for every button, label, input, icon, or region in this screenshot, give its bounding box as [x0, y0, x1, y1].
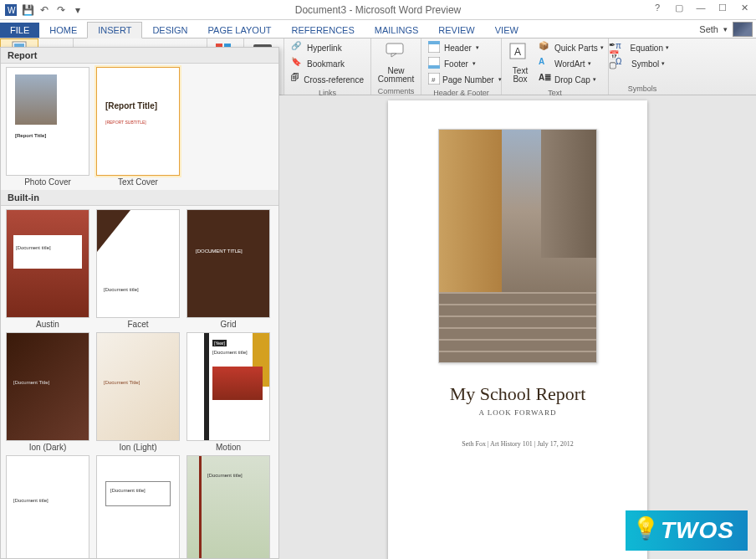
user-menu-arrow[interactable]: ▾ — [723, 25, 728, 33]
gallery-report-grid: [Report Title] Photo Cover [Report Title… — [1, 64, 278, 190]
page-number-button[interactable]: #Page Number▾ — [427, 72, 496, 87]
window-controls: ? ▢ — ☐ ✕ — [647, 0, 754, 15]
quick-parts-icon: 📦 — [539, 41, 552, 54]
text-box-icon: A — [508, 42, 532, 65]
gallery-item-ion-dark[interactable]: [Document Title] Ion (Dark) — [4, 332, 91, 452]
document-subtitle[interactable]: A LOOK FORWARD — [401, 408, 634, 417]
gallery-item-ion-light[interactable]: [Document Title] Ion (Light) — [94, 332, 181, 452]
ribbon-group-text: A Text Box 📦Quick Parts▾ AWordArt▾ A≣Dro… — [502, 38, 609, 95]
header-button[interactable]: Header▾ — [427, 40, 496, 55]
document-meta[interactable]: Seth Fox | Art History 101 | July 17, 20… — [401, 440, 634, 448]
svg-text:W: W — [8, 6, 16, 15]
tab-references[interactable]: REFERENCES — [282, 23, 365, 38]
symbol-icon: Ω — [616, 57, 629, 70]
minimize-icon[interactable]: — — [691, 0, 711, 15]
tab-file[interactable]: FILE — [0, 23, 39, 38]
gallery-item-7[interactable]: [Document title] — [4, 455, 91, 559]
svg-rect-17 — [428, 65, 440, 69]
comment-icon — [385, 42, 408, 65]
redo-icon[interactable]: ↷ — [54, 3, 69, 18]
tab-mailings[interactable]: MAILINGS — [365, 23, 429, 38]
cover-page-gallery: Report [Report Title] Photo Cover [Repor… — [0, 47, 279, 559]
customize-qat-icon[interactable]: ▾ — [70, 3, 85, 18]
word-icon[interactable]: W — [3, 3, 18, 18]
ribbon-group-symbols: πEquation▾ ΩSymbol▾ Symbols — [609, 38, 676, 95]
hyperlink-button[interactable]: 🔗Hyperlink — [289, 40, 365, 55]
gallery-item-facet[interactable]: [Document title] Facet — [94, 209, 181, 329]
ribbon-group-header-footer: Header▾ Footer▾ #Page Number▾ Header & F… — [421, 38, 502, 95]
svg-rect-12 — [386, 44, 403, 54]
gallery-item-austin[interactable]: [Document title] Austin — [4, 209, 91, 329]
ribbon-tabs: FILE HOME INSERT DESIGN PAGE LAYOUT REFE… — [0, 20, 756, 38]
avatar[interactable] — [733, 22, 753, 37]
ribbon-group-comments: New Comment Comments — [371, 38, 421, 95]
equation-button[interactable]: πEquation▾ — [614, 40, 671, 55]
bookmark-button[interactable]: 🔖Bookmark — [289, 56, 365, 71]
document-title[interactable]: My School Report — [401, 383, 634, 405]
drop-cap-icon: A≣ — [539, 73, 552, 86]
svg-text:#: # — [432, 76, 436, 84]
tab-page-layout[interactable]: PAGE LAYOUT — [198, 23, 282, 38]
drop-cap-button[interactable]: A≣Drop Cap▾ — [537, 72, 605, 87]
svg-text:A: A — [514, 46, 521, 58]
gallery-item-9[interactable]: [Document title] — [185, 455, 272, 559]
help-icon[interactable]: ? — [647, 0, 667, 15]
undo-icon[interactable]: ↶ — [37, 3, 52, 18]
hyperlink-icon: 🔗 — [291, 41, 304, 54]
wordart-icon: A — [539, 57, 552, 70]
page-number-icon: # — [428, 73, 440, 86]
gallery-item-photo-cover[interactable]: [Report Title] Photo Cover — [4, 67, 91, 187]
gallery-section-report: Report — [1, 48, 278, 64]
app-title: Document3 - Microsoft Word Preview — [295, 4, 462, 16]
ribbon-options-icon[interactable]: ▢ — [669, 0, 689, 15]
symbols-group-title: Symbols — [614, 85, 671, 93]
footer-icon — [428, 57, 442, 70]
tab-view[interactable]: VIEW — [485, 23, 529, 38]
header-icon — [428, 41, 442, 54]
tab-insert[interactable]: INSERT — [87, 22, 142, 38]
gallery-item-grid[interactable]: [DOCUMENT TITLE] Grid — [185, 209, 272, 329]
bookmark-icon: 🔖 — [291, 57, 304, 70]
twos-watermark: TWOS — [626, 510, 748, 551]
wordart-button[interactable]: AWordArt▾ — [537, 56, 605, 71]
gallery-item-motion[interactable]: [Year] [Document title] Motion — [185, 332, 272, 452]
tab-home[interactable]: HOME — [39, 23, 87, 38]
cross-ref-icon: 🗐 — [291, 73, 301, 86]
gallery-item-8[interactable]: [Document title] — [94, 455, 181, 559]
text-box-button[interactable]: A Text Box — [507, 40, 534, 87]
document-page[interactable]: My School Report A LOOK FORWARD Seth Fox… — [388, 100, 647, 559]
tab-design[interactable]: DESIGN — [142, 23, 197, 38]
new-comment-button[interactable]: New Comment — [376, 40, 416, 85]
equation-icon: π — [616, 41, 628, 54]
cover-photo[interactable] — [438, 129, 597, 363]
cross-reference-button[interactable]: 🗐Cross-reference — [289, 72, 365, 87]
document-canvas[interactable]: My School Report A LOOK FORWARD Seth Fox… — [279, 95, 756, 559]
quick-access-toolbar: W 💾 ↶ ↷ ▾ — [0, 3, 85, 18]
gallery-builtin-grid: [Document title] Austin [Document title]… — [1, 206, 278, 559]
comments-group-title: Comments — [376, 87, 416, 95]
svg-marker-13 — [391, 54, 396, 57]
tab-review[interactable]: REVIEW — [428, 23, 484, 38]
save-icon[interactable]: 💾 — [20, 3, 35, 18]
close-icon[interactable]: ✕ — [734, 0, 754, 15]
maximize-icon[interactable]: ☐ — [713, 0, 733, 15]
gallery-section-builtin: Built-in — [1, 190, 278, 206]
quick-parts-button[interactable]: 📦Quick Parts▾ — [537, 40, 605, 55]
ribbon-group-links: 🔗Hyperlink 🔖Bookmark 🗐Cross-reference Li… — [284, 38, 371, 95]
user-area[interactable]: Seth ▾ — [699, 22, 753, 37]
user-name: Seth — [699, 24, 718, 34]
title-bar: W 💾 ↶ ↷ ▾ Document3 - Microsoft Word Pre… — [0, 0, 756, 20]
footer-button[interactable]: Footer▾ — [427, 56, 496, 71]
svg-rect-15 — [428, 41, 440, 44]
symbol-button[interactable]: ΩSymbol▾ — [614, 56, 671, 71]
gallery-item-text-cover[interactable]: [Report Title] [REPORT SUBTITLE] Text Co… — [94, 67, 181, 187]
